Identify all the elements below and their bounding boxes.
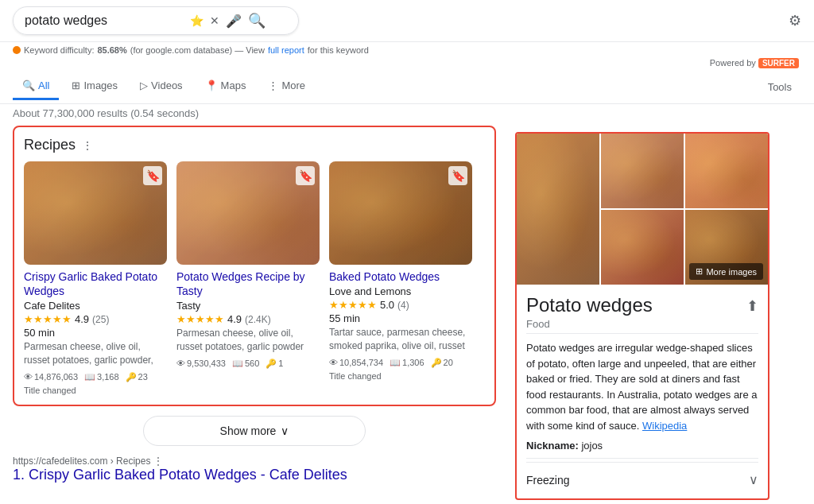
title-changed-label-3: Title changed: [329, 371, 382, 381]
share-icon[interactable]: ⬆: [746, 297, 758, 315]
title-changed-3: Title changed: [329, 371, 472, 381]
tab-videos[interactable]: ▷ Videos: [130, 73, 192, 100]
book-icon-3: 📖: [390, 358, 401, 368]
views-value-2: 9,530,433: [187, 359, 226, 368]
tab-all[interactable]: 🔍 All: [13, 73, 59, 100]
recipes-menu-icon[interactable]: ⋮: [82, 139, 93, 152]
eye-icon-3: 👁: [329, 358, 338, 367]
tab-images[interactable]: ⊞ Images: [62, 73, 127, 100]
views-stat-3: 👁 10,854,734: [329, 358, 383, 367]
key-icon-3: 🔑: [431, 358, 442, 368]
result-url-1: https://cafedelites.com › Recipes ⋮: [13, 456, 496, 467]
accordion-freezing[interactable]: Freezing ∨: [526, 462, 758, 497]
recipe-image-1: 🔖: [24, 161, 167, 265]
star-icon[interactable]: ⭐: [190, 14, 204, 27]
show-more-label: Show more: [220, 425, 277, 437]
key-stat-2: 🔑 1: [266, 359, 283, 369]
more-images-icon: ⊞: [696, 266, 703, 277]
bookmark-button-1[interactable]: 🔖: [143, 166, 162, 185]
words-stat-2: 📖 560: [232, 359, 259, 369]
recipe-rating-1: ★★★★★ 4.9 (25): [24, 313, 167, 325]
recipes-header: Recipes ⋮: [24, 137, 485, 153]
eye-icon-1: 👁: [24, 372, 33, 382]
recipes-title: Recipes: [24, 137, 76, 153]
bookmark-button-2[interactable]: 🔖: [296, 166, 315, 185]
words-stat-1: 📖 3,168: [84, 372, 119, 382]
videos-tab-icon: ▷: [140, 79, 148, 91]
recipe-item-2: 🔖 Potato Wedges Recipe by Tasty Tasty ★★…: [176, 161, 320, 395]
surfer-badge: SURFER: [758, 58, 799, 68]
rating-value-2: 4.9: [227, 313, 242, 325]
recipe-name-1[interactable]: Crispy Garlic Baked Potato Wedges: [24, 269, 167, 298]
key-value-3: 20: [444, 358, 453, 367]
show-more-button[interactable]: Show more ∨: [143, 416, 366, 446]
results-count: About 77,300,000 results (0.54 seconds): [0, 104, 814, 126]
recipe-source-3: Love and Lemons: [329, 285, 472, 297]
images-tab-icon: ⊞: [72, 79, 80, 91]
tab-more[interactable]: ⋮ More: [258, 73, 315, 100]
words-value-2: 560: [245, 359, 259, 368]
recipe-stats-1: 👁 14,876,063 📖 3,168 🔑 23: [24, 372, 167, 382]
wikipedia-link[interactable]: Wikipedia: [642, 420, 687, 432]
views-stat-2: 👁 9,530,433: [176, 359, 226, 368]
knowledge-images: ⊞ More images: [517, 134, 768, 285]
more-images-button[interactable]: ⊞ More images: [689, 263, 763, 280]
gear-icon: ⚙: [789, 13, 801, 29]
recipe-rating-3: ★★★★★ 5.0 (4): [329, 299, 472, 311]
nickname-label: Nickname:: [526, 440, 579, 452]
tab-videos-label: Videos: [151, 79, 183, 91]
tab-maps-label: Maps: [221, 79, 246, 91]
tools-button[interactable]: Tools: [758, 75, 801, 99]
result-menu-icon[interactable]: ⋮: [153, 456, 163, 467]
recipe-source-1: Cafe Delites: [24, 300, 167, 312]
rating-count-1: (25): [92, 314, 109, 325]
tab-more-label: More: [281, 79, 305, 91]
tab-maps[interactable]: 📍 Maps: [196, 73, 256, 100]
recipe-item-3: 🔖 Baked Potato Wedges Love and Lemons ★★…: [329, 161, 472, 395]
close-icon[interactable]: ✕: [210, 14, 219, 27]
knowledge-image-3: [685, 134, 768, 208]
recipe-source-2: Tasty: [176, 300, 320, 312]
maps-tab-icon: 📍: [205, 79, 218, 91]
key-value-1: 23: [138, 372, 148, 382]
words-value-1: 3,168: [97, 372, 119, 382]
mic-icon[interactable]: 🎤: [226, 14, 242, 29]
rating-count-3: (4): [397, 300, 409, 311]
full-report-link[interactable]: full report: [268, 45, 304, 55]
knowledge-title: Potato wedges: [526, 294, 653, 316]
search-icon[interactable]: 🔍: [248, 12, 266, 29]
views-value-1: 14,876,063: [34, 372, 78, 382]
knowledge-image-2: [601, 134, 684, 208]
difficulty-indicator: [13, 46, 21, 54]
kw-diff-link-suffix: for this keyword: [308, 45, 369, 55]
main-layout: Recipes ⋮ 🔖 Crispy Garlic Baked Potato W…: [0, 126, 814, 504]
tab-all-label: All: [38, 79, 49, 91]
search-input[interactable]: [25, 14, 184, 28]
recipe-name-3[interactable]: Baked Potato Wedges: [329, 269, 472, 284]
recipe-image-2: 🔖: [176, 161, 320, 265]
settings-button[interactable]: ⚙: [789, 12, 801, 29]
description-text: Potato wedges are irregular wedge-shaped…: [526, 342, 758, 432]
views-value-3: 10,854,734: [339, 358, 383, 367]
chevron-down-icon: ∨: [281, 425, 289, 437]
kw-diff-label: Keyword difficulty:: [24, 45, 94, 55]
knowledge-image-1: [517, 134, 599, 285]
result-title-1[interactable]: 1. Crispy Garlic Baked Potato Wedges - C…: [13, 467, 347, 483]
title-changed-label-1: Title changed: [24, 386, 76, 395]
key-stat-3: 🔑 20: [431, 358, 453, 368]
header: ⭐ ✕ 🎤 🔍 ⚙: [0, 0, 814, 42]
powered-by-bar: Powered by SURFER: [0, 58, 814, 70]
views-stat-1: 👁 14,876,063: [24, 372, 78, 382]
search-bar-container: ⭐ ✕ 🎤 🔍: [13, 6, 299, 35]
more-tab-icon: ⋮: [268, 79, 278, 91]
bookmark-button-3[interactable]: 🔖: [448, 166, 467, 185]
words-stat-3: 📖 1,306: [390, 358, 424, 368]
recipe-stats-2: 👁 9,530,433 📖 560 🔑 1: [176, 359, 320, 369]
kw-diff-suffix: (for google.com database) — View: [130, 45, 265, 55]
recipe-ingredients-3: Tartar sauce, parmesan cheese, smoked pa…: [329, 326, 472, 353]
rating-count-2: (2.4K): [245, 314, 271, 325]
knowledge-image-4: [601, 210, 684, 285]
regular-result-1: https://cafedelites.com › Recipes ⋮ 1. C…: [13, 456, 496, 483]
recipe-name-2[interactable]: Potato Wedges Recipe by Tasty: [176, 269, 320, 298]
right-panel: ⊞ More images Potato wedges Food ⬆ Potat…: [515, 132, 769, 500]
